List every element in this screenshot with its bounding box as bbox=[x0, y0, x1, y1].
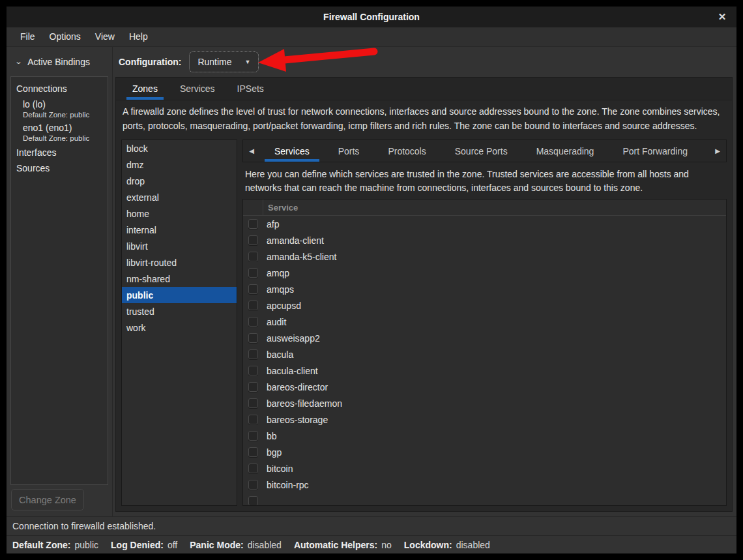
configuration-toolbar: Configuration: Runtime ▼ bbox=[113, 47, 736, 76]
service-checkbox[interactable] bbox=[248, 333, 258, 343]
service-checkbox[interactable] bbox=[248, 317, 258, 327]
service-checkbox[interactable] bbox=[248, 268, 258, 278]
service-row-afp: afp bbox=[243, 216, 726, 232]
service-row-bb: bb bbox=[243, 428, 726, 444]
tree-item-sources[interactable]: Sources bbox=[11, 160, 108, 176]
zone-row-libvirt-routed[interactable]: libvirt-routed bbox=[122, 254, 237, 271]
service-label: bitcoin-rpc bbox=[267, 480, 309, 490]
service-row-partial bbox=[243, 493, 726, 506]
connection-item[interactable]: eno1 (eno1)Default Zone: public bbox=[11, 120, 108, 143]
zone-row-nm-shared[interactable]: nm-shared bbox=[122, 271, 237, 287]
checkbox-column-header bbox=[243, 199, 263, 215]
zone-row-libvirt[interactable]: libvirt bbox=[122, 238, 237, 254]
footer-item-label: Lockdown: bbox=[404, 540, 452, 550]
zone-row-block[interactable]: block bbox=[122, 140, 237, 156]
tree-item-interfaces[interactable]: Interfaces bbox=[11, 145, 108, 160]
services-table: Service afpamanda-clientamanda-k5-client… bbox=[242, 199, 727, 506]
service-checkbox[interactable] bbox=[248, 366, 258, 376]
footer-item-label: Log Denied: bbox=[111, 540, 164, 550]
tab-ipsets[interactable]: IPSets bbox=[226, 78, 275, 100]
connections-list: lo (lo)Default Zone: publiceno1 (eno1)De… bbox=[11, 96, 108, 143]
zone-row-home[interactable]: home bbox=[122, 205, 237, 222]
subtab-protocols[interactable]: Protocols bbox=[378, 140, 435, 162]
tab-zones[interactable]: Zones bbox=[121, 78, 169, 100]
status-message: Connection to firewalld established. bbox=[12, 521, 156, 531]
menu-help[interactable]: Help bbox=[122, 27, 155, 46]
service-row-bareos-director: bareos-director bbox=[243, 379, 726, 395]
service-checkbox[interactable] bbox=[248, 398, 258, 408]
zone-subtab-strip: ◀ ServicesPortsProtocolsSource PortsMasq… bbox=[242, 140, 727, 162]
subtab-services[interactable]: Services bbox=[265, 140, 319, 162]
services-table-header: Service bbox=[243, 199, 726, 216]
service-row-audit: audit bbox=[243, 314, 726, 330]
active-bindings-label: Active Bindings bbox=[27, 57, 90, 67]
footer-item-label: Default Zone: bbox=[12, 540, 70, 550]
service-label: amqp bbox=[267, 268, 289, 278]
firewall-config-window: Firewall Configuration ✕ FileOptionsView… bbox=[7, 7, 736, 553]
sidebar-footer: Change Zone bbox=[7, 485, 112, 516]
main-tab-strip: ZonesServicesIPSets bbox=[116, 78, 732, 100]
service-checkbox[interactable] bbox=[248, 480, 258, 490]
service-label: afp bbox=[267, 219, 279, 229]
service-checkbox[interactable] bbox=[248, 235, 258, 245]
menu-file[interactable]: File bbox=[13, 27, 42, 46]
service-checkbox[interactable] bbox=[248, 349, 258, 359]
footer-item-label: Panic Mode: bbox=[190, 540, 243, 550]
zone-row-dmz[interactable]: dmz bbox=[122, 156, 237, 173]
service-checkbox[interactable] bbox=[248, 284, 258, 294]
close-icon[interactable]: ✕ bbox=[713, 7, 731, 27]
footer-item: Panic Mode:disabled bbox=[190, 540, 282, 550]
service-row-bitcoin-rpc: bitcoin-rpc bbox=[243, 477, 726, 493]
service-checkbox[interactable] bbox=[248, 252, 258, 261]
subtab-masquerading[interactable]: Masquerading bbox=[527, 140, 604, 162]
service-label: ausweisapp2 bbox=[267, 333, 320, 344]
service-label: audit bbox=[267, 317, 286, 327]
active-bindings-expander[interactable]: ⌄ Active Bindings bbox=[7, 47, 112, 76]
service-row-amqps: amqps bbox=[243, 281, 726, 297]
service-row-bgp: bgp bbox=[243, 444, 726, 460]
service-row-bareos-filedaemon: bareos-filedaemon bbox=[243, 395, 726, 411]
footer-item-value: no bbox=[381, 540, 392, 550]
main-area: Configuration: Runtime ▼ ZonesServicesIP… bbox=[113, 47, 736, 516]
service-checkbox[interactable] bbox=[248, 301, 258, 310]
zone-row-drop[interactable]: drop bbox=[122, 173, 237, 189]
zone-description: A firewalld zone defines the level of tr… bbox=[116, 100, 732, 137]
subtab-source-ports[interactable]: Source Ports bbox=[445, 140, 517, 162]
service-label: amqps bbox=[267, 284, 294, 295]
service-checkbox[interactable] bbox=[248, 219, 258, 229]
zone-row-internal[interactable]: internal bbox=[122, 222, 237, 238]
zones-content: blockdmzdropexternalhomeinternallibvirtl… bbox=[116, 137, 732, 511]
service-column-header[interactable]: Service bbox=[263, 199, 726, 215]
zone-row-work[interactable]: work bbox=[122, 319, 237, 336]
subtab-port-forwarding[interactable]: Port Forwarding bbox=[613, 140, 697, 162]
change-zone-button[interactable]: Change Zone bbox=[11, 489, 84, 510]
service-checkbox[interactable] bbox=[248, 496, 258, 506]
zone-row-external[interactable]: external bbox=[122, 189, 237, 205]
subtabs-scroll-left-icon[interactable]: ◀ bbox=[243, 140, 260, 162]
subtabs-scroll-right-icon[interactable]: ▶ bbox=[709, 140, 726, 162]
service-row-amanda-k5-client: amanda-k5-client bbox=[243, 248, 726, 265]
services-description: Here you can define which services are t… bbox=[242, 162, 727, 199]
service-checkbox[interactable] bbox=[248, 431, 258, 441]
service-checkbox[interactable] bbox=[248, 415, 258, 424]
zone-row-trusted[interactable]: trusted bbox=[122, 303, 237, 319]
service-label: bareos-director bbox=[267, 382, 328, 392]
tab-services[interactable]: Services bbox=[169, 78, 226, 100]
service-row-ausweisapp2: ausweisapp2 bbox=[243, 330, 726, 346]
menu-options[interactable]: Options bbox=[42, 27, 88, 46]
footer-status-bar: Default Zone:publicLog Denied:offPanic M… bbox=[7, 535, 736, 553]
service-checkbox[interactable] bbox=[248, 382, 258, 392]
bindings-tree: Connections lo (lo)Default Zone: publice… bbox=[10, 76, 108, 485]
main-notebook: ZonesServicesIPSets A firewalld zone def… bbox=[115, 77, 733, 512]
service-row-amanda-client: amanda-client bbox=[243, 232, 726, 248]
tree-item-connections[interactable]: Connections bbox=[11, 81, 108, 96]
zone-row-public[interactable]: public bbox=[122, 287, 237, 303]
service-checkbox[interactable] bbox=[248, 447, 258, 457]
configuration-dropdown[interactable]: Runtime ▼ bbox=[189, 52, 259, 72]
menu-view[interactable]: View bbox=[88, 27, 122, 46]
footer-item: Log Denied:off bbox=[111, 540, 177, 550]
connection-item[interactable]: lo (lo)Default Zone: public bbox=[11, 96, 108, 120]
subtab-ports[interactable]: Ports bbox=[328, 140, 370, 162]
footer-item-value: disabled bbox=[248, 540, 282, 550]
service-checkbox[interactable] bbox=[248, 464, 258, 473]
